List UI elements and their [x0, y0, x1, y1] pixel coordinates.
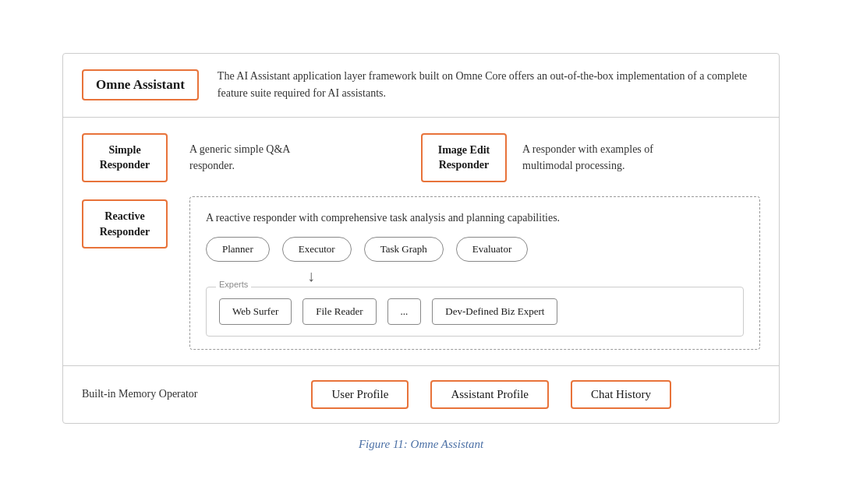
top-responders-row: SimpleResponder A generic simple Q&Aresp…: [82, 133, 760, 182]
file-reader-box: File Reader: [302, 298, 376, 325]
simple-responder-desc: A generic simple Q&Aresponder.: [189, 141, 421, 174]
omne-header: Omne Assistant The AI Assistant applicat…: [63, 54, 779, 118]
omne-title-box: Omne Assistant: [82, 69, 199, 100]
reactive-row: ReactiveResponder A reactive responder w…: [82, 196, 760, 350]
down-arrow-icon: ↓: [307, 268, 315, 284]
chat-history-button[interactable]: Chat History: [571, 380, 671, 409]
memory-buttons: User Profile Assistant Profile Chat Hist…: [223, 380, 760, 409]
image-edit-group: Image EditResponder A responder with exa…: [421, 133, 760, 182]
dev-defined-biz-expert-box: Dev-Defined Biz Expert: [432, 298, 557, 325]
arrow-row: ↓: [206, 268, 744, 284]
experts-section: Experts Web Surfer File Reader ... Dev-D…: [206, 287, 744, 337]
planner-pill: Planner: [206, 237, 270, 262]
diagram-container: Omne Assistant The AI Assistant applicat…: [62, 53, 780, 424]
user-profile-button[interactable]: User Profile: [311, 380, 409, 409]
evaluator-pill: Evaluator: [456, 237, 529, 262]
simple-responder-group: SimpleResponder A generic simple Q&Aresp…: [82, 133, 421, 182]
experts-label: Experts: [216, 280, 251, 289]
image-edit-responder-box: Image EditResponder: [421, 133, 507, 182]
assistant-profile-button[interactable]: Assistant Profile: [430, 380, 549, 409]
simple-responder-box: SimpleResponder: [82, 133, 168, 182]
figure-caption: Figure 11: Omne Assistant: [62, 438, 780, 451]
image-edit-responder-desc: A responder with examples ofmultimodal p…: [522, 141, 760, 174]
executor-pill: Executor: [282, 237, 352, 262]
reactive-description: A reactive responder with comprehensive …: [206, 210, 744, 226]
task-graph-pill: Task Graph: [364, 237, 444, 262]
experts-row: Web Surfer File Reader ... Dev-Defined B…: [219, 298, 731, 325]
reactive-content: A reactive responder with comprehensive …: [189, 196, 760, 350]
reactive-responder-box: ReactiveResponder: [82, 199, 168, 248]
outer-wrapper: Omne Assistant The AI Assistant applicat…: [47, 37, 795, 467]
web-surfer-box: Web Surfer: [219, 298, 292, 325]
responders-section: SimpleResponder A generic simple Q&Aresp…: [63, 118, 779, 366]
ellipsis-box: ...: [387, 298, 422, 325]
pills-row: Planner Executor Task Graph Evaluator: [206, 237, 744, 262]
omne-description: The AI Assistant application layer frame…: [218, 68, 748, 103]
memory-label: Built-in Memory Operator: [82, 388, 198, 400]
memory-section: Built-in Memory Operator User Profile As…: [63, 366, 779, 423]
